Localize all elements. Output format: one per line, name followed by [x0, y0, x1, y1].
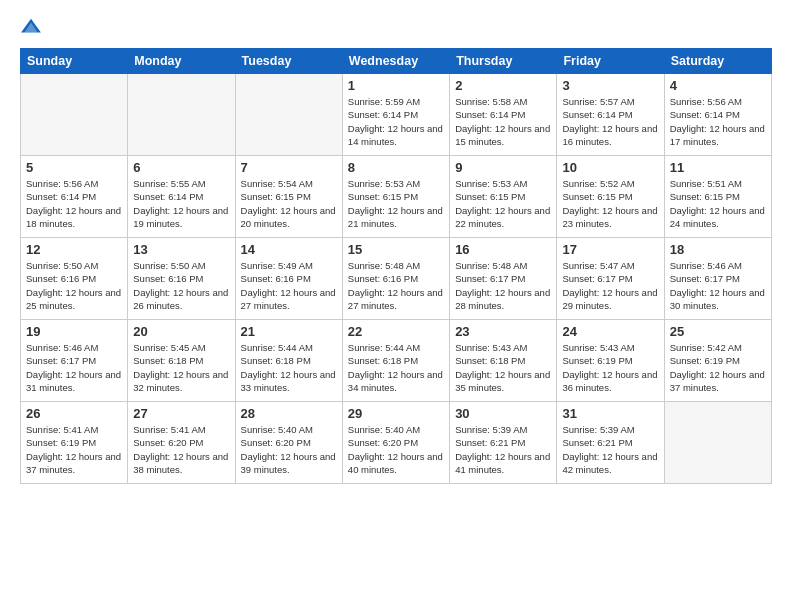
day-info: Sunrise: 5:39 AMSunset: 6:21 PMDaylight:… [562, 423, 658, 476]
day-number: 14 [241, 242, 337, 257]
day-info: Sunrise: 5:49 AMSunset: 6:16 PMDaylight:… [241, 259, 337, 312]
day-number: 16 [455, 242, 551, 257]
calendar-cell: 28Sunrise: 5:40 AMSunset: 6:20 PMDayligh… [235, 402, 342, 484]
calendar-cell: 25Sunrise: 5:42 AMSunset: 6:19 PMDayligh… [664, 320, 771, 402]
day-number: 20 [133, 324, 229, 339]
day-info: Sunrise: 5:50 AMSunset: 6:16 PMDaylight:… [133, 259, 229, 312]
calendar-cell: 29Sunrise: 5:40 AMSunset: 6:20 PMDayligh… [342, 402, 449, 484]
day-info: Sunrise: 5:44 AMSunset: 6:18 PMDaylight:… [241, 341, 337, 394]
day-info: Sunrise: 5:59 AMSunset: 6:14 PMDaylight:… [348, 95, 444, 148]
day-number: 6 [133, 160, 229, 175]
calendar-week-4: 26Sunrise: 5:41 AMSunset: 6:19 PMDayligh… [21, 402, 772, 484]
day-number: 27 [133, 406, 229, 421]
day-number: 29 [348, 406, 444, 421]
day-info: Sunrise: 5:47 AMSunset: 6:17 PMDaylight:… [562, 259, 658, 312]
day-info: Sunrise: 5:42 AMSunset: 6:19 PMDaylight:… [670, 341, 766, 394]
day-number: 26 [26, 406, 122, 421]
calendar-header-row: SundayMondayTuesdayWednesdayThursdayFrid… [21, 49, 772, 74]
calendar-header-thursday: Thursday [450, 49, 557, 74]
day-info: Sunrise: 5:43 AMSunset: 6:18 PMDaylight:… [455, 341, 551, 394]
calendar-cell: 12Sunrise: 5:50 AMSunset: 6:16 PMDayligh… [21, 238, 128, 320]
day-number: 5 [26, 160, 122, 175]
day-info: Sunrise: 5:45 AMSunset: 6:18 PMDaylight:… [133, 341, 229, 394]
day-number: 9 [455, 160, 551, 175]
calendar-cell: 23Sunrise: 5:43 AMSunset: 6:18 PMDayligh… [450, 320, 557, 402]
calendar-week-0: 1Sunrise: 5:59 AMSunset: 6:14 PMDaylight… [21, 74, 772, 156]
day-info: Sunrise: 5:40 AMSunset: 6:20 PMDaylight:… [241, 423, 337, 476]
logo [20, 16, 46, 38]
day-number: 31 [562, 406, 658, 421]
day-info: Sunrise: 5:58 AMSunset: 6:14 PMDaylight:… [455, 95, 551, 148]
calendar-cell: 27Sunrise: 5:41 AMSunset: 6:20 PMDayligh… [128, 402, 235, 484]
day-info: Sunrise: 5:53 AMSunset: 6:15 PMDaylight:… [348, 177, 444, 230]
logo-icon [20, 16, 42, 38]
calendar-cell: 22Sunrise: 5:44 AMSunset: 6:18 PMDayligh… [342, 320, 449, 402]
calendar-cell: 16Sunrise: 5:48 AMSunset: 6:17 PMDayligh… [450, 238, 557, 320]
day-info: Sunrise: 5:56 AMSunset: 6:14 PMDaylight:… [26, 177, 122, 230]
day-info: Sunrise: 5:52 AMSunset: 6:15 PMDaylight:… [562, 177, 658, 230]
day-info: Sunrise: 5:46 AMSunset: 6:17 PMDaylight:… [670, 259, 766, 312]
day-number: 4 [670, 78, 766, 93]
calendar-cell: 14Sunrise: 5:49 AMSunset: 6:16 PMDayligh… [235, 238, 342, 320]
calendar-cell [235, 74, 342, 156]
calendar-header-saturday: Saturday [664, 49, 771, 74]
calendar-cell [664, 402, 771, 484]
day-number: 13 [133, 242, 229, 257]
day-number: 18 [670, 242, 766, 257]
calendar-week-1: 5Sunrise: 5:56 AMSunset: 6:14 PMDaylight… [21, 156, 772, 238]
calendar-header-sunday: Sunday [21, 49, 128, 74]
day-info: Sunrise: 5:51 AMSunset: 6:15 PMDaylight:… [670, 177, 766, 230]
day-info: Sunrise: 5:43 AMSunset: 6:19 PMDaylight:… [562, 341, 658, 394]
calendar-cell: 2Sunrise: 5:58 AMSunset: 6:14 PMDaylight… [450, 74, 557, 156]
day-info: Sunrise: 5:41 AMSunset: 6:19 PMDaylight:… [26, 423, 122, 476]
calendar-cell: 31Sunrise: 5:39 AMSunset: 6:21 PMDayligh… [557, 402, 664, 484]
day-info: Sunrise: 5:40 AMSunset: 6:20 PMDaylight:… [348, 423, 444, 476]
calendar-cell: 24Sunrise: 5:43 AMSunset: 6:19 PMDayligh… [557, 320, 664, 402]
day-info: Sunrise: 5:48 AMSunset: 6:16 PMDaylight:… [348, 259, 444, 312]
calendar-cell: 4Sunrise: 5:56 AMSunset: 6:14 PMDaylight… [664, 74, 771, 156]
calendar-cell: 13Sunrise: 5:50 AMSunset: 6:16 PMDayligh… [128, 238, 235, 320]
calendar-cell: 26Sunrise: 5:41 AMSunset: 6:19 PMDayligh… [21, 402, 128, 484]
day-info: Sunrise: 5:50 AMSunset: 6:16 PMDaylight:… [26, 259, 122, 312]
day-number: 3 [562, 78, 658, 93]
calendar-cell: 18Sunrise: 5:46 AMSunset: 6:17 PMDayligh… [664, 238, 771, 320]
calendar-header-friday: Friday [557, 49, 664, 74]
day-info: Sunrise: 5:55 AMSunset: 6:14 PMDaylight:… [133, 177, 229, 230]
calendar-cell: 20Sunrise: 5:45 AMSunset: 6:18 PMDayligh… [128, 320, 235, 402]
calendar-cell [21, 74, 128, 156]
day-info: Sunrise: 5:54 AMSunset: 6:15 PMDaylight:… [241, 177, 337, 230]
calendar-cell: 10Sunrise: 5:52 AMSunset: 6:15 PMDayligh… [557, 156, 664, 238]
day-info: Sunrise: 5:44 AMSunset: 6:18 PMDaylight:… [348, 341, 444, 394]
calendar-cell: 21Sunrise: 5:44 AMSunset: 6:18 PMDayligh… [235, 320, 342, 402]
day-info: Sunrise: 5:48 AMSunset: 6:17 PMDaylight:… [455, 259, 551, 312]
calendar-cell: 6Sunrise: 5:55 AMSunset: 6:14 PMDaylight… [128, 156, 235, 238]
day-number: 2 [455, 78, 551, 93]
day-number: 11 [670, 160, 766, 175]
calendar-cell: 11Sunrise: 5:51 AMSunset: 6:15 PMDayligh… [664, 156, 771, 238]
calendar-cell: 8Sunrise: 5:53 AMSunset: 6:15 PMDaylight… [342, 156, 449, 238]
day-number: 25 [670, 324, 766, 339]
day-number: 12 [26, 242, 122, 257]
day-number: 17 [562, 242, 658, 257]
day-number: 1 [348, 78, 444, 93]
day-number: 15 [348, 242, 444, 257]
day-number: 7 [241, 160, 337, 175]
day-info: Sunrise: 5:46 AMSunset: 6:17 PMDaylight:… [26, 341, 122, 394]
header [20, 16, 772, 38]
day-info: Sunrise: 5:39 AMSunset: 6:21 PMDaylight:… [455, 423, 551, 476]
day-number: 22 [348, 324, 444, 339]
calendar-cell: 7Sunrise: 5:54 AMSunset: 6:15 PMDaylight… [235, 156, 342, 238]
day-number: 28 [241, 406, 337, 421]
day-info: Sunrise: 5:53 AMSunset: 6:15 PMDaylight:… [455, 177, 551, 230]
calendar-cell: 9Sunrise: 5:53 AMSunset: 6:15 PMDaylight… [450, 156, 557, 238]
calendar-cell: 17Sunrise: 5:47 AMSunset: 6:17 PMDayligh… [557, 238, 664, 320]
page: SundayMondayTuesdayWednesdayThursdayFrid… [0, 0, 792, 612]
calendar-cell: 15Sunrise: 5:48 AMSunset: 6:16 PMDayligh… [342, 238, 449, 320]
calendar-cell: 5Sunrise: 5:56 AMSunset: 6:14 PMDaylight… [21, 156, 128, 238]
day-number: 23 [455, 324, 551, 339]
calendar-cell: 19Sunrise: 5:46 AMSunset: 6:17 PMDayligh… [21, 320, 128, 402]
day-info: Sunrise: 5:41 AMSunset: 6:20 PMDaylight:… [133, 423, 229, 476]
calendar-cell: 30Sunrise: 5:39 AMSunset: 6:21 PMDayligh… [450, 402, 557, 484]
day-number: 24 [562, 324, 658, 339]
day-info: Sunrise: 5:57 AMSunset: 6:14 PMDaylight:… [562, 95, 658, 148]
